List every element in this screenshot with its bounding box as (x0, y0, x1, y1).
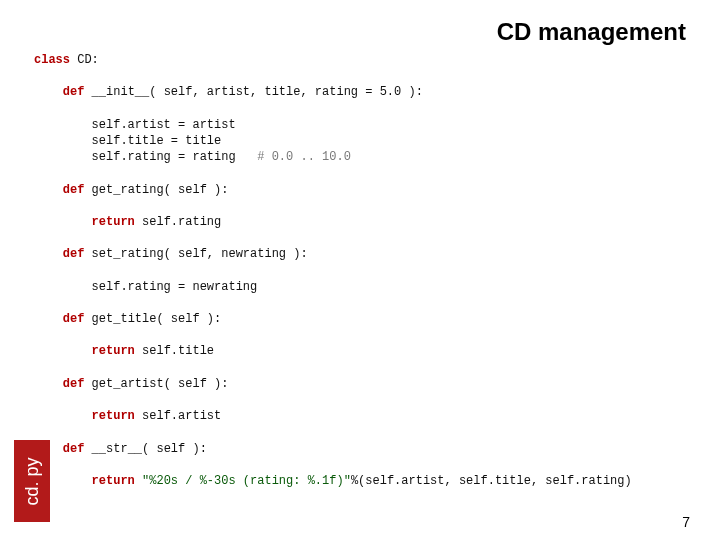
code-block: class CD: def __init__( self, artist, ti… (34, 52, 712, 489)
code-string: "%20s / %-30s (rating: %.1f)" (135, 474, 351, 488)
slide: CD management class CD: def __init__( se… (0, 0, 720, 540)
keyword-def: def (63, 312, 85, 326)
code-text: self.rating (135, 215, 221, 229)
keyword-return: return (92, 409, 135, 423)
keyword-def: def (63, 247, 85, 261)
keyword-def: def (63, 183, 85, 197)
code-text: __init__( self, artist, title, rating = … (84, 85, 422, 99)
code-text: set_rating( self, newrating ): (84, 247, 307, 261)
keyword-def: def (63, 377, 85, 391)
keyword-return: return (92, 474, 135, 488)
keyword-def: def (63, 85, 85, 99)
code-text: self.artist (135, 409, 221, 423)
code-text: get_artist( self ): (84, 377, 228, 391)
code-text: self.rating = rating (92, 150, 258, 164)
code-text: self.title (135, 344, 214, 358)
page-number: 7 (682, 514, 690, 530)
code-text: self.rating = newrating (92, 280, 258, 294)
file-tab: cd. py (14, 440, 50, 522)
code-text: self.title = title (92, 134, 222, 148)
code-text: get_rating( self ): (84, 183, 228, 197)
code-text: %(self.artist, self.title, self.rating) (351, 474, 632, 488)
code-text: CD: (70, 53, 99, 67)
keyword-return: return (92, 344, 135, 358)
slide-title: CD management (497, 18, 686, 46)
keyword-def: def (63, 442, 85, 456)
code-text: self.artist = artist (92, 118, 236, 132)
code-text: get_title( self ): (84, 312, 221, 326)
file-tab-label: cd. py (22, 457, 43, 505)
code-text: __str__( self ): (84, 442, 206, 456)
keyword-class: class (34, 53, 70, 67)
code-comment: # 0.0 .. 10.0 (257, 150, 351, 164)
keyword-return: return (92, 215, 135, 229)
